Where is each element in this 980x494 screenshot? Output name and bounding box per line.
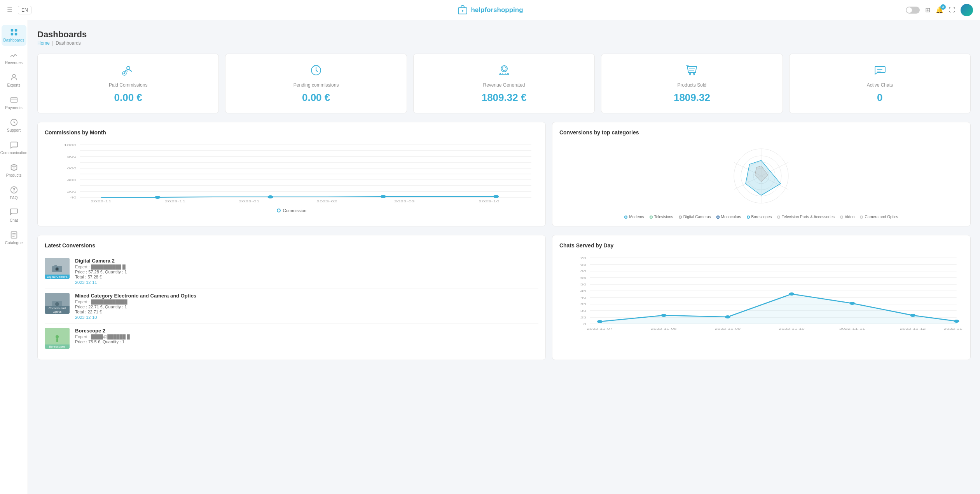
svg-text:45: 45 bbox=[580, 289, 586, 292]
svg-text:2022-11-13: 2022-11-13 bbox=[943, 327, 963, 330]
lang-button[interactable]: EN bbox=[18, 6, 31, 14]
svg-point-35 bbox=[267, 195, 273, 198]
conversion-info-1: Mixed Category Electronic and Camera and… bbox=[75, 293, 538, 320]
sidebar-label-chat: Chat bbox=[10, 218, 18, 223]
borescopes-label: Borescopes bbox=[751, 215, 772, 219]
digital-cameras-label: Digital Cameras bbox=[683, 215, 711, 219]
radar-legend-borescopes: Borescopes bbox=[747, 215, 772, 219]
products-sold-icon bbox=[685, 63, 699, 78]
camera-optics-dot bbox=[860, 216, 863, 219]
sidebar-item-experts[interactable]: Experts bbox=[2, 70, 26, 91]
svg-point-34 bbox=[155, 196, 161, 199]
active-chats-icon bbox=[873, 63, 887, 78]
conversion-item-2: Borescopes Borescope 2 Expert : ████@███… bbox=[45, 324, 538, 353]
fullscreen-icon[interactable]: ⛶ bbox=[949, 7, 955, 14]
svg-point-55 bbox=[56, 268, 58, 270]
sidebar-item-catalogue[interactable]: Catalogue bbox=[2, 228, 26, 249]
topbar-left: ☰ EN bbox=[7, 6, 31, 14]
conversion-total-1: Total : 22.71 € bbox=[75, 310, 538, 314]
toggle-switch[interactable] bbox=[906, 7, 920, 14]
radar-legend-digital-cameras: Digital Cameras bbox=[679, 215, 711, 219]
svg-text:40: 40 bbox=[580, 296, 586, 299]
experts-icon bbox=[10, 73, 18, 82]
latest-conversions-panel: Latest Conversions Digital Camera bbox=[37, 235, 546, 360]
conversion-item-0: Digital Camera Digital Camera 2 Expert :… bbox=[45, 254, 538, 289]
products-icon bbox=[10, 163, 18, 172]
svg-point-6 bbox=[12, 75, 15, 77]
svg-text:35: 35 bbox=[580, 303, 586, 306]
conversion-date-0: 2023-12-11 bbox=[75, 280, 538, 285]
breadcrumb-current: Dashboards bbox=[56, 40, 81, 46]
video-label: Video bbox=[845, 215, 854, 219]
breadcrumb-home[interactable]: Home bbox=[37, 40, 50, 46]
svg-point-37 bbox=[493, 195, 499, 198]
sidebar-label-communication: Communication bbox=[0, 151, 27, 155]
svg-text:2022-11-12: 2022-11-12 bbox=[900, 327, 926, 330]
conversion-thumb-0: Digital Camera bbox=[45, 258, 70, 279]
grid-icon[interactable]: ⊞ bbox=[925, 6, 930, 14]
commissions-chart-svg: 1000 800 600 400 200 40 2022-11 2023-11 bbox=[45, 141, 538, 203]
svg-text:400: 400 bbox=[67, 178, 77, 181]
digital-cameras-dot bbox=[679, 216, 682, 219]
svg-point-17 bbox=[693, 73, 695, 75]
svg-text:0: 0 bbox=[583, 322, 587, 325]
svg-rect-2 bbox=[10, 29, 13, 31]
page-title: Dashboards bbox=[37, 30, 971, 40]
conversion-expert-2: Expert : ████@██████ █ bbox=[75, 334, 538, 339]
sidebar-label-revenues: Revenues bbox=[5, 61, 23, 65]
sidebar-item-revenues[interactable]: Revenues bbox=[2, 47, 26, 68]
radar-legend-televisions: Televisions bbox=[650, 215, 673, 219]
sidebar-item-support[interactable]: Support bbox=[2, 115, 26, 136]
televisions-label: Televisions bbox=[654, 215, 673, 219]
commissions-legend: Commission bbox=[45, 208, 538, 213]
conversion-name-0: Digital Camera 2 bbox=[75, 258, 538, 264]
conversion-expert-0: Expert : ██████████ █. bbox=[75, 264, 538, 269]
hamburger-icon[interactable]: ☰ bbox=[7, 6, 12, 14]
sidebar-item-faq[interactable]: FAQ bbox=[2, 183, 26, 204]
sidebar-label-dashboards: Dashboards bbox=[3, 38, 24, 43]
user-avatar[interactable] bbox=[961, 4, 973, 16]
radar-legend: Modems Televisions Digital Cameras bbox=[624, 215, 898, 219]
topbar: ☰ EN helpforshopping ⊞ 🔔 3 ⛶ bbox=[0, 0, 980, 20]
conversion-name-1: Mixed Category Electronic and Camera and… bbox=[75, 293, 538, 299]
stat-cards-row: Paid Commissions 0.00 € Pending commissi… bbox=[37, 54, 971, 113]
svg-text:2023-03: 2023-03 bbox=[394, 199, 415, 203]
radar-legend-tv-parts: Television Parts & Accessories bbox=[777, 215, 835, 219]
notification-badge: 3 bbox=[940, 4, 946, 10]
breadcrumb: Home | Dashboards bbox=[37, 40, 971, 46]
payments-icon bbox=[10, 96, 18, 104]
svg-point-58 bbox=[55, 302, 59, 306]
conversion-thumb-1: Camera and Optics bbox=[45, 293, 70, 314]
stat-card-pending-commissions: Pending commissions 0.00 € bbox=[225, 54, 407, 113]
svg-text:800: 800 bbox=[67, 155, 77, 158]
chat-side-icon bbox=[10, 208, 18, 217]
svg-rect-7 bbox=[10, 98, 17, 103]
sidebar-item-products[interactable]: Products bbox=[2, 160, 26, 181]
sidebar-item-dashboards[interactable]: Dashboards bbox=[2, 25, 26, 46]
chats-chart-title: Chats Served by Day bbox=[559, 242, 963, 249]
sidebar-item-communication[interactable]: Communication bbox=[2, 137, 26, 158]
svg-text:2022-11-11: 2022-11-11 bbox=[839, 327, 865, 330]
stat-card-products-sold: Products Sold 1809.32 bbox=[601, 54, 783, 113]
svg-text:2023-10: 2023-10 bbox=[479, 199, 500, 203]
pending-commissions-value: 0.00 € bbox=[302, 92, 330, 104]
revenue-icon bbox=[497, 63, 511, 78]
conversion-price-1: Price : 22.71 €, Quantity : 1 bbox=[75, 304, 538, 309]
svg-text:65: 65 bbox=[580, 263, 586, 266]
sidebar-item-chat[interactable]: Chat bbox=[2, 205, 26, 226]
svg-rect-56 bbox=[54, 265, 57, 266]
modems-label: Modems bbox=[629, 215, 644, 219]
svg-text:2022-11-08: 2022-11-08 bbox=[651, 327, 676, 330]
commission-legend-dot bbox=[277, 209, 281, 212]
tv-parts-label: Television Parts & Accessories bbox=[782, 215, 835, 219]
svg-rect-5 bbox=[14, 33, 17, 35]
svg-text:60: 60 bbox=[580, 270, 586, 273]
sidebar-item-payments[interactable]: Payments bbox=[2, 92, 26, 113]
commissions-chart-panel: Commissions by Month 1000 800 bbox=[37, 122, 546, 226]
conversions-chart-title: Conversions by top categories bbox=[559, 129, 963, 136]
svg-rect-60 bbox=[56, 338, 58, 342]
notification-icon[interactable]: 🔔 3 bbox=[936, 6, 943, 14]
svg-point-16 bbox=[689, 73, 691, 75]
svg-text:2022-11-10: 2022-11-10 bbox=[779, 327, 804, 330]
layout: Dashboards Revenues Experts Payments bbox=[0, 0, 980, 494]
